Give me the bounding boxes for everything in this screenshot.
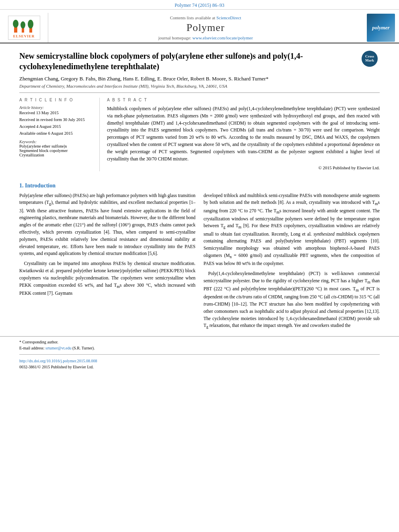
affiliation: Department of Chemistry, Macromolecules …: [19, 84, 380, 93]
crossmark-icon: CrossMark: [362, 51, 378, 67]
online-date: Available online 6 August 2015: [19, 131, 94, 136]
email-person: (S.R. Turner).: [72, 346, 95, 350]
article-info-header: A R T I C L E I N F O: [19, 98, 94, 102]
elsevier-tree-icon: [12, 17, 36, 33]
elsevier-logo: ELSEVIER: [0, 13, 48, 43]
intro-para-3: developed triblock and multiblock semi-c…: [204, 192, 380, 267]
footnote-email: E-mail address: srtumer@vt.edu (S.R. Tur…: [19, 345, 380, 351]
intro-para-2: Crystallinity can be imparted into amorp…: [19, 260, 195, 297]
doi-text: http://dx.doi.org/10.1016/j.polymer.2015…: [19, 358, 380, 364]
history-label: Article history:: [19, 105, 94, 110]
homepage-url[interactable]: www.elsevier.com/locate/polymer: [192, 35, 253, 40]
journal-reference: Polymer 74 (2015) 86–93: [0, 0, 399, 10]
article-main: New semicrystalline block copolymers of …: [0, 43, 399, 175]
introduction-title: 1. Introduction: [19, 183, 380, 189]
svg-point-3: [21, 21, 25, 29]
doi-link[interactable]: http://dx.doi.org/10.1016/j.polymer.2015…: [19, 359, 97, 363]
journal-name-header: Polymer: [186, 22, 224, 34]
keywords-label: Keywords:: [19, 140, 94, 144]
intro-para-1: Poly(arylene ether sulfones) (PAESs) are…: [19, 192, 195, 258]
authors-text: Zhengmian Chang, Gregory B. Fahs, Bin Zh…: [19, 76, 268, 82]
keyword-3: Crystallization: [19, 153, 94, 157]
keyword-1: Poly(arylene ether sulfone)s: [19, 144, 94, 148]
journal-header: ELSEVIER Contents lists available at Sci…: [0, 10, 399, 43]
introduction-columns: Poly(arylene ether sulfones) (PAESs) are…: [19, 192, 380, 333]
article-info-column: A R T I C L E I N F O Article history: R…: [19, 98, 100, 171]
keyword-2: Segmented block copolymer: [19, 148, 94, 153]
abstract-text: Multiblock copolymers of poly(arylene et…: [107, 105, 380, 171]
article-title: New semicrystalline block copolymers of …: [19, 51, 380, 72]
authors: Zhengmian Chang, Gregory B. Fahs, Bin Zh…: [19, 76, 380, 82]
abstract-body: Multiblock copolymers of poly(arylene et…: [107, 106, 380, 161]
abstract-column: A B S T R A C T Multiblock copolymers of…: [107, 98, 380, 171]
accepted-date: Accepted 4 August 2015: [19, 124, 94, 129]
body-section: 1. Introduction Poly(arylene ether sulfo…: [0, 183, 399, 333]
received-date: Received 13 May 2015: [19, 111, 94, 115]
intro-para-4: Poly(1,4-cyclohexylenedimethylene tereph…: [204, 270, 380, 330]
article-title-text: New semicrystalline block copolymers of …: [19, 51, 303, 71]
footnote-corresponding: * Corresponding author.: [19, 339, 380, 345]
polymer-journal-logo: polymer: [363, 13, 399, 43]
footnote-section: * Corresponding author. E-mail address: …: [0, 336, 399, 370]
keywords-section: Keywords: Poly(arylene ether sulfone)s S…: [19, 140, 94, 157]
crossmark-badge: CrossMark: [362, 51, 380, 69]
article-info-abstract: A R T I C L E I N F O Article history: R…: [19, 98, 380, 171]
sciencedirect-text: Contents lists available at ScienceDirec…: [170, 15, 241, 20]
copyright-text: © 2015 Published by Elsevier Ltd.: [107, 164, 380, 171]
svg-point-1: [13, 20, 19, 28]
intro-right-col: developed triblock and multiblock semi-c…: [204, 192, 380, 333]
journal-header-center: Contents lists available at ScienceDirec…: [48, 13, 363, 43]
elsevier-brand: ELSEVIER: [13, 34, 35, 38]
email-address[interactable]: srtumer@vt.edu: [45, 346, 71, 350]
footnote-divider: [19, 354, 380, 355]
journal-homepage: journal homepage: www.elsevier.com/locat…: [158, 35, 253, 40]
abstract-header: A B S T R A C T: [107, 98, 380, 102]
affiliation-text: Department of Chemistry, Macromolecules …: [19, 84, 227, 88]
email-label: E-mail address:: [19, 346, 44, 350]
polymer-logo-image: polymer: [367, 14, 395, 42]
journal-ref-text: Polymer 74 (2015) 86–93: [175, 2, 224, 8]
revised-date: Received in revised form 30 July 2015: [19, 117, 94, 122]
issn-text: 0032-3861/© 2015 Published by Elsevier L…: [19, 364, 380, 370]
intro-left-col: Poly(arylene ether sulfones) (PAESs) are…: [19, 192, 195, 333]
sciencedirect-link[interactable]: ScienceDirect: [216, 15, 241, 20]
svg-point-5: [28, 20, 33, 29]
corresponding-label: * Corresponding author.: [19, 340, 58, 344]
